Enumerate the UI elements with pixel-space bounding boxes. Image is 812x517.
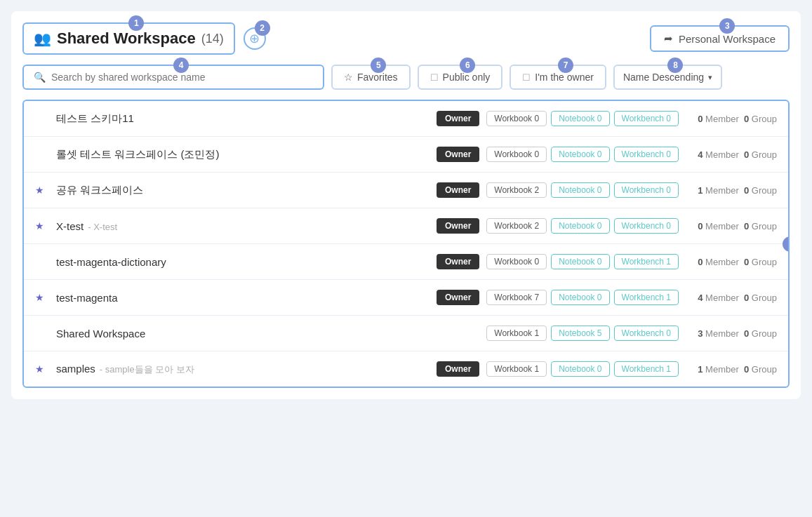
workspace-name: 롤셋 테스트 워크스페이스 (조민정) (56, 148, 430, 161)
group-count: 0 (744, 293, 749, 303)
workbench-tag[interactable]: Workbench 0 (614, 147, 679, 162)
member-info: 0 Member 0 Group (686, 114, 777, 124)
tags-group: Workbook 0Notebook 0Workbench 1 (486, 254, 679, 269)
search-box[interactable]: 4 🔍 (22, 65, 324, 90)
owner-badge: Owner (437, 361, 479, 377)
owner-badge: Owner (437, 218, 479, 234)
member-count: 1 (698, 364, 703, 375)
group-count: 0 (744, 257, 749, 267)
favorites-filter[interactable]: 5 ☆ Favorites (331, 65, 411, 90)
workbench-tag[interactable]: Workbench 0 (614, 218, 679, 234)
workbook-tag[interactable]: Workbook 7 (486, 290, 547, 305)
tags-group: Workbook 0Notebook 0Workbench 0 (486, 147, 679, 162)
member-count: 0 (698, 221, 703, 231)
group-count: 0 (744, 328, 749, 339)
notebook-tag[interactable]: Notebook 0 (551, 111, 609, 126)
table-row[interactable]: ★X-test- X-testOwnerWorkbook 2Notebook 0… (24, 208, 788, 244)
sort-button[interactable]: 8 Name Descending ▾ (613, 65, 722, 90)
header-left: 1 👥 Shared Workspace (14) 2 ⊕ (22, 22, 266, 55)
workbench-tag[interactable]: Workbench 1 (614, 361, 679, 377)
notebook-tag[interactable]: Notebook 5 (551, 325, 609, 341)
sort-label: Name Descending (623, 72, 704, 83)
people-icon: 👥 (34, 30, 51, 47)
star-icon: ☆ (344, 72, 353, 83)
owner-badge: Owner (437, 290, 479, 305)
notebook-tag[interactable]: Notebook 0 (551, 290, 609, 305)
group-count: 0 (744, 149, 749, 160)
chevron-down-icon: ▾ (708, 73, 712, 82)
checkbox-public-icon: ☐ (430, 72, 439, 83)
table-row[interactable]: 테스트 스키마11OwnerWorkbook 0Notebook 0Workbe… (24, 101, 788, 137)
workspace-name: X-test- X-test (56, 220, 430, 232)
favorite-star[interactable]: ★ (35, 220, 49, 231)
personal-workspace-button[interactable]: 3 ➦ Personal Workspace (650, 25, 790, 52)
member-count: 3 (698, 328, 703, 339)
personal-workspace-label: Personal Workspace (679, 33, 776, 45)
arrow-icon: ➦ (664, 32, 673, 45)
workbench-tag[interactable]: Workbench 0 (614, 111, 679, 126)
workspace-name: 공유 워크스페이스 (56, 184, 430, 197)
workbench-tag[interactable]: Workbench 0 (614, 325, 679, 341)
badge-7: 7 (558, 58, 573, 73)
member-count: 4 (698, 293, 703, 303)
checkbox-owner-icon: ☐ (522, 72, 531, 83)
owner-badge: Owner (437, 147, 479, 162)
page-title: Shared Workspace (57, 29, 196, 48)
public-only-label: Public only (443, 72, 491, 83)
table-row[interactable]: ★공유 워크스페이스OwnerWorkbook 2Notebook 0Workb… (24, 173, 788, 208)
notebook-tag[interactable]: Notebook 0 (551, 182, 609, 198)
im-owner-filter[interactable]: 7 ☐ I'm the owner (510, 65, 606, 90)
group-count: 0 (744, 364, 749, 375)
search-input[interactable] (51, 72, 313, 83)
member-count: 4 (698, 149, 703, 160)
workbook-tag[interactable]: Workbook 0 (486, 254, 547, 269)
table-row[interactable]: ★test-magentaOwnerWorkbook 7Notebook 0Wo… (24, 280, 788, 316)
badge-5: 5 (371, 58, 386, 73)
favorite-star[interactable]: ★ (35, 184, 49, 196)
member-info: 1 Member 0 Group (686, 364, 777, 375)
workbook-tag[interactable]: Workbook 2 (486, 182, 547, 198)
favorites-label: Favorites (357, 72, 398, 83)
group-count: 0 (744, 114, 749, 124)
table-row[interactable]: Shared WorkspaceWorkbook 1Notebook 5Work… (24, 316, 788, 351)
favorite-star[interactable]: ★ (35, 363, 49, 375)
member-info: 0 Member 0 Group (686, 221, 777, 231)
member-info: 1 Member 0 Group (686, 185, 777, 196)
favorite-star[interactable]: ★ (35, 292, 49, 303)
tags-group: Workbook 0Notebook 0Workbench 0 (486, 111, 679, 126)
workbook-tag[interactable]: Workbook 1 (486, 325, 547, 341)
member-info: 3 Member 0 Group (686, 328, 777, 339)
table-row[interactable]: ★samples- sample들을 모아 보자OwnerWorkbook 1N… (24, 351, 788, 387)
badge-4: 4 (173, 58, 189, 73)
notebook-tag[interactable]: Notebook 0 (551, 147, 609, 162)
table-row[interactable]: test-magenta-dictionaryOwnerWorkbook 0No… (24, 244, 788, 280)
workbook-tag[interactable]: Workbook 1 (486, 361, 547, 377)
notebook-tag[interactable]: Notebook 0 (551, 254, 609, 269)
badge-3: 3 (719, 18, 735, 34)
notebook-tag[interactable]: Notebook 0 (551, 361, 609, 377)
tags-group: Workbook 1Notebook 0Workbench 1 (486, 361, 679, 377)
badge-1: 1 (128, 15, 144, 31)
badge-6: 6 (460, 58, 475, 73)
workspace-subtitle: - sample들을 모아 보자 (100, 364, 194, 375)
workbook-tag[interactable]: Workbook 2 (486, 218, 547, 234)
public-only-filter[interactable]: 6 ☐ Public only (418, 65, 503, 90)
member-info: 4 Member 0 Group (686, 293, 777, 303)
im-owner-label: I'm the owner (535, 72, 594, 83)
member-count: 0 (698, 257, 703, 267)
workbench-tag[interactable]: Workbench 0 (614, 182, 679, 198)
add-workspace-button[interactable]: 2 ⊕ (244, 27, 266, 50)
badge-8: 8 (667, 58, 683, 73)
title-section: 1 👥 Shared Workspace (14) (22, 22, 235, 55)
workspace-name: samples- sample들을 모아 보자 (56, 363, 430, 376)
workbench-tag[interactable]: Workbench 1 (614, 290, 679, 305)
workspace-table: 9 테스트 스키마11OwnerWorkbook 0Notebook 0Work… (22, 100, 790, 388)
table-row[interactable]: 롤셋 테스트 워크스페이스 (조민정)OwnerWorkbook 0Notebo… (24, 137, 788, 173)
tags-group: Workbook 2Notebook 0Workbench 0 (486, 218, 679, 234)
workspace-count: (14) (201, 32, 224, 46)
notebook-tag[interactable]: Notebook 0 (551, 218, 609, 234)
member-info: 4 Member 0 Group (686, 149, 777, 160)
workbook-tag[interactable]: Workbook 0 (486, 111, 547, 126)
workbook-tag[interactable]: Workbook 0 (486, 147, 547, 162)
workbench-tag[interactable]: Workbench 1 (614, 254, 679, 269)
